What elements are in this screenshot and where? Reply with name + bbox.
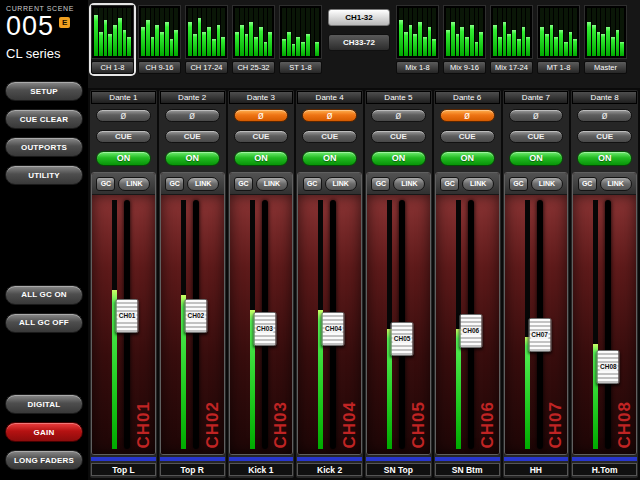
channel-name[interactable]: Top L bbox=[91, 463, 156, 476]
meter-block-st1-8[interactable]: ST 1-8 bbox=[279, 5, 322, 74]
port-label: Dante 5 bbox=[366, 91, 431, 104]
fader-cap[interactable]: CH06 bbox=[459, 314, 482, 348]
channel-name[interactable]: Kick 1 bbox=[229, 463, 294, 476]
link-button[interactable]: LINK bbox=[118, 177, 150, 191]
link-button[interactable]: LINK bbox=[462, 177, 494, 191]
meter-bars bbox=[138, 5, 181, 59]
fader-cap[interactable]: CH08 bbox=[597, 350, 620, 384]
meter-block-ch17-24[interactable]: CH 17-24 bbox=[185, 5, 228, 74]
gain-compensation-button[interactable]: GC bbox=[578, 177, 597, 191]
on-button[interactable]: ON bbox=[509, 151, 564, 166]
meter-bars bbox=[584, 5, 627, 59]
channel-name[interactable]: Top R bbox=[160, 463, 225, 476]
cue-button[interactable]: CUE bbox=[96, 130, 151, 143]
channel-number-label: CH04 bbox=[340, 401, 360, 448]
channel-name[interactable]: Kick 2 bbox=[297, 463, 362, 476]
meter-block-ch25-32[interactable]: CH 25-32 bbox=[232, 5, 275, 74]
meter-block-mt1-8[interactable]: MT 1-8 bbox=[537, 5, 580, 74]
gain-button[interactable]: GAIN bbox=[5, 422, 83, 442]
channel-name[interactable]: SN Btm bbox=[435, 463, 500, 476]
cue-button[interactable]: CUE bbox=[302, 130, 357, 143]
gc-link-row: GC LINK bbox=[573, 173, 636, 195]
cue-button[interactable]: CUE bbox=[577, 130, 632, 143]
fader-panel: GC LINK CH08 CH08 bbox=[572, 172, 637, 455]
cue-clear-button[interactable]: CUE CLEAR bbox=[5, 109, 83, 129]
phase-button[interactable]: ø bbox=[302, 109, 357, 122]
link-button[interactable]: LINK bbox=[531, 177, 563, 191]
channel-strip-4: Dante 4 ø CUE ON GC LINK CH04 CH04 bbox=[296, 90, 363, 478]
long-faders-button[interactable]: LONG FADERS bbox=[5, 450, 83, 470]
channel-number-label: CH03 bbox=[271, 401, 291, 448]
all-gc-on-button[interactable]: ALL GC ON bbox=[5, 285, 83, 305]
on-button[interactable]: ON bbox=[302, 151, 357, 166]
phase-button[interactable]: ø bbox=[96, 109, 151, 122]
cue-button[interactable]: CUE bbox=[509, 130, 564, 143]
meter-block-ch1-8[interactable]: CH 1-8 bbox=[91, 5, 134, 74]
outports-button[interactable]: OUTPORTS bbox=[5, 137, 83, 157]
gain-compensation-button[interactable]: GC bbox=[440, 177, 459, 191]
meter-block-label: MT 1-8 bbox=[537, 61, 580, 74]
fader-cap[interactable]: CH05 bbox=[391, 322, 414, 356]
all-gc-off-button[interactable]: ALL GC OFF bbox=[5, 313, 83, 333]
on-button[interactable]: ON bbox=[234, 151, 289, 166]
gain-compensation-button[interactable]: GC bbox=[371, 177, 390, 191]
phase-button[interactable]: ø bbox=[440, 109, 495, 122]
phase-button[interactable]: ø bbox=[577, 109, 632, 122]
fader-cap[interactable]: CH02 bbox=[184, 299, 207, 333]
link-button[interactable]: LINK bbox=[256, 177, 288, 191]
cue-button[interactable]: CUE bbox=[234, 130, 289, 143]
fader-zone: CH02 CH02 bbox=[161, 195, 224, 454]
cue-button[interactable]: CUE bbox=[440, 130, 495, 143]
phase-button[interactable]: ø bbox=[371, 109, 426, 122]
meter-bars bbox=[232, 5, 275, 59]
channel-name[interactable]: H.Tom bbox=[572, 463, 637, 476]
on-button[interactable]: ON bbox=[577, 151, 632, 166]
gain-compensation-button[interactable]: GC bbox=[234, 177, 253, 191]
meter-block-label: ST 1-8 bbox=[279, 61, 322, 74]
phase-button[interactable]: ø bbox=[234, 109, 289, 122]
link-button[interactable]: LINK bbox=[600, 177, 632, 191]
on-button[interactable]: ON bbox=[440, 151, 495, 166]
channel-color-bar bbox=[229, 457, 294, 461]
on-button[interactable]: ON bbox=[165, 151, 220, 166]
meter-block-mix1-8[interactable]: Mix 1-8 bbox=[396, 5, 439, 74]
phase-button[interactable]: ø bbox=[165, 109, 220, 122]
gain-compensation-button[interactable]: GC bbox=[96, 177, 115, 191]
gain-compensation-button[interactable]: GC bbox=[303, 177, 322, 191]
meter-block-mix9-16[interactable]: Mix 9-16 bbox=[443, 5, 486, 74]
meter-block-label: CH 25-32 bbox=[232, 61, 275, 74]
meter-block-label: CH 17-24 bbox=[185, 61, 228, 74]
digital-button[interactable]: DIGITAL bbox=[5, 394, 83, 414]
gain-compensation-button[interactable]: GC bbox=[165, 177, 184, 191]
cue-button[interactable]: CUE bbox=[165, 130, 220, 143]
fader-zone: CH06 CH06 bbox=[436, 195, 499, 454]
link-button[interactable]: LINK bbox=[187, 177, 219, 191]
link-button[interactable]: LINK bbox=[325, 177, 357, 191]
fader-cap[interactable]: CH04 bbox=[322, 312, 345, 346]
utility-button[interactable]: UTILITY bbox=[5, 165, 83, 185]
scene-display[interactable]: 005 E bbox=[6, 12, 84, 40]
bank-ch1-32-button[interactable]: CH1-32 bbox=[328, 9, 390, 26]
meter-block-label: Mix 1-8 bbox=[396, 61, 439, 74]
gain-compensation-button[interactable]: GC bbox=[509, 177, 528, 191]
channel-color-bar bbox=[504, 457, 569, 461]
bank-ch33-72-button[interactable]: CH33-72 bbox=[328, 34, 390, 51]
meter-block-master[interactable]: Master bbox=[584, 5, 627, 74]
meter-block-mix17-24[interactable]: Mix 17-24 bbox=[490, 5, 533, 74]
link-button[interactable]: LINK bbox=[393, 177, 425, 191]
on-button[interactable]: ON bbox=[96, 151, 151, 166]
fader-track bbox=[605, 200, 611, 449]
channel-name[interactable]: HH bbox=[504, 463, 569, 476]
port-label: Dante 6 bbox=[435, 91, 500, 104]
on-button[interactable]: ON bbox=[371, 151, 426, 166]
channel-name[interactable]: SN Top bbox=[366, 463, 431, 476]
phase-button[interactable]: ø bbox=[509, 109, 564, 122]
meter-bars bbox=[396, 5, 439, 59]
cue-button[interactable]: CUE bbox=[371, 130, 426, 143]
port-label: Dante 1 bbox=[91, 91, 156, 104]
setup-button[interactable]: SETUP bbox=[5, 81, 83, 101]
fader-cap[interactable]: CH03 bbox=[253, 312, 276, 346]
fader-cap[interactable]: CH07 bbox=[528, 318, 551, 352]
meter-block-ch9-16[interactable]: CH 9-16 bbox=[138, 5, 181, 74]
fader-cap[interactable]: CH01 bbox=[116, 299, 139, 333]
